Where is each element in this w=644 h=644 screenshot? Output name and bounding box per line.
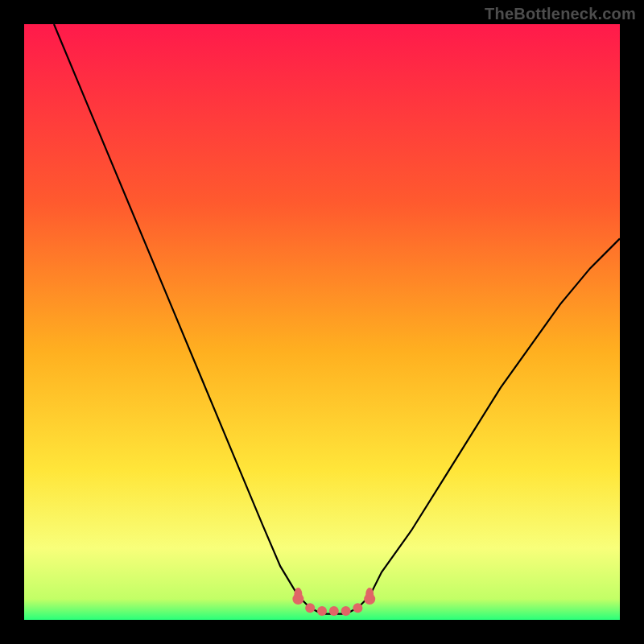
chart-frame — [24, 24, 620, 620]
marker-dot — [329, 606, 339, 616]
marker-dot — [317, 606, 327, 616]
marker-blob — [294, 588, 302, 601]
watermark-text: TheBottleneck.com — [485, 5, 636, 23]
marker-dot — [353, 603, 362, 613]
bottleneck-chart — [24, 24, 620, 620]
marker-dot — [341, 606, 351, 616]
gradient-background — [24, 24, 620, 620]
marker-dot — [305, 603, 315, 613]
marker-blob — [365, 588, 374, 601]
